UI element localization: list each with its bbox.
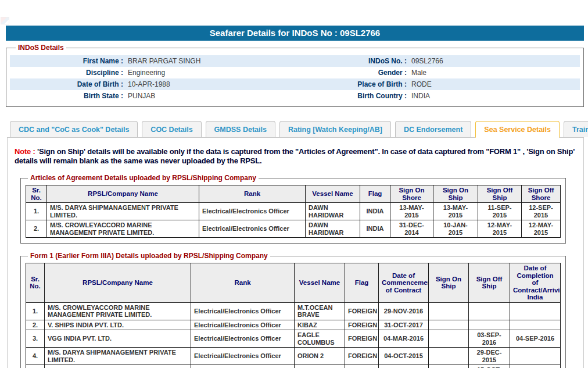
tab-cdc-coc-cook[interactable]: CDC and "CoC as Cook" Details xyxy=(10,121,138,137)
table-cell: FOREIGN xyxy=(345,320,379,330)
table-cell: M/S. DARYA SHIPMANAGEMENT PRIVATE LIMITE… xyxy=(45,348,191,365)
table-cell: 04-SEP-2016 xyxy=(510,330,561,348)
table-cell: MT PISHON xyxy=(295,365,345,368)
column-header: Sign On Shore xyxy=(390,185,433,203)
table-cell: FOREIGN xyxy=(345,348,379,365)
broken-image-icon xyxy=(1,17,9,24)
field-value: Engineering xyxy=(123,69,293,77)
column-header: Rank xyxy=(199,185,306,203)
column-header: Date of Completion of Contract/Arriving … xyxy=(510,263,561,303)
table-row: 3.VGG INDIA PVT. LTD.Electrical/Electron… xyxy=(26,330,561,348)
table-cell: EAGLE COLUMBUS xyxy=(295,330,345,348)
table-cell xyxy=(469,320,510,330)
table-header-row: Sr. No.RPSL/Company NameRankVessel NameF… xyxy=(26,263,561,303)
articles-of-agreement-fieldset: Articles of Agreement Details uploaded b… xyxy=(20,174,566,244)
field-value: 10-APR-1988 xyxy=(123,80,293,88)
table-cell xyxy=(469,302,510,320)
column-header: Sign Off Shore xyxy=(522,185,561,203)
table-cell: 15-OCT-2014 xyxy=(510,365,561,368)
table-cell: 2. xyxy=(26,220,47,238)
articles-of-agreement-legend: Articles of Agreement Details uploaded b… xyxy=(28,174,259,182)
form1-details-table: Sr. No.RPSL/Company NameRankVessel NameF… xyxy=(26,263,561,368)
articles-of-agreement-table: Sr. No.RPSL/Company NameRankVessel NameF… xyxy=(26,185,561,238)
tab-gmdss[interactable]: GMDSS Details xyxy=(206,121,275,137)
page-title: Seafarer Details for INDoS No : 09SL2766 xyxy=(6,26,584,41)
field-value: PUNJAB xyxy=(123,92,293,100)
table-cell xyxy=(429,320,469,330)
form1-details-fieldset: Form 1 (Earlier Form IIIA) Details uploa… xyxy=(20,252,566,368)
table-cell: 03-SEP-2016 xyxy=(469,330,510,348)
table-cell: 29-NOV-2016 xyxy=(379,302,429,320)
column-header: Sign On Ship xyxy=(433,185,478,203)
table-cell: 15-OCT-2014 xyxy=(469,365,510,368)
table-cell xyxy=(429,302,469,320)
table-cell xyxy=(429,365,469,368)
field-label: Birth Country : xyxy=(293,92,407,100)
table-cell: M/S. DARYA SHIPMANAGEMENT PRIVATE LIMITE… xyxy=(47,203,199,220)
table-cell: 04-MAR-2016 xyxy=(379,330,429,348)
field-value: Male xyxy=(407,69,580,77)
sign-on-ship-note: Note : 'Sign on Ship' details will be av… xyxy=(15,147,576,166)
column-header: Date of Commencement of Contract xyxy=(379,263,429,303)
table-cell: Electrical/Electronics Officer xyxy=(191,320,295,330)
indos-details-legend: INDoS Details xyxy=(16,44,66,52)
table-row: 2.V. SHIPS INDIA PVT. LTD.Electrical/Ele… xyxy=(26,320,561,330)
table-cell: 31-DEC-2014 xyxy=(390,220,433,238)
table-cell: ORION 2 xyxy=(295,348,345,365)
table-cell: 3. xyxy=(26,330,45,348)
table-cell: M/S. CROWLEYACCORD MARINE MANAGEMENT PRI… xyxy=(47,220,199,238)
indos-row: First Name :BRAR PARGAT SINGHINDoS No. :… xyxy=(10,55,580,67)
indos-row: Birth State :PUNJABBirth Country :INDIA xyxy=(10,90,580,102)
column-header: Sign On Ship xyxy=(429,263,469,303)
indos-details-grid: First Name :BRAR PARGAT SINGHINDoS No. :… xyxy=(10,55,580,102)
note-text: 'Sign on Ship' details will be available… xyxy=(15,147,575,165)
note-prefix: Note : xyxy=(15,147,35,156)
indos-row: Discipline :EngineeringGender :Male xyxy=(10,67,580,78)
table-cell: M/S. CROWLEYACCORD MARINE MANAGEMENT PRI… xyxy=(45,302,191,320)
table-cell: 5. xyxy=(26,365,45,368)
table-cell: 1. xyxy=(26,203,47,220)
tab-rating[interactable]: Rating [Watch Keeping/AB] xyxy=(279,121,391,137)
indos-details-fieldset: INDoS Details First Name :BRAR PARGAT SI… xyxy=(6,44,584,107)
table-cell: 11-SEP-2015 xyxy=(478,203,522,220)
table-cell xyxy=(510,302,561,320)
tab-dc-endorsement[interactable]: DC Endorsement xyxy=(395,121,471,137)
table-cell: 12-MAY-2015 xyxy=(522,220,561,238)
tab-training[interactable]: Training Details xyxy=(564,121,588,137)
table-row: 1.M/S. DARYA SHIPMANAGEMENT PRIVATE LIMI… xyxy=(26,203,561,220)
table-row: 4.M/S. DARYA SHIPMANAGEMENT PRIVATE LIMI… xyxy=(26,348,561,365)
table-cell: M.T.OCEAN BRAVE xyxy=(295,302,345,320)
table-cell: FOREIGN xyxy=(345,302,379,320)
table-cell xyxy=(429,348,469,365)
field-value: RODE xyxy=(407,80,580,88)
tab-bar: CDC and "CoC as Cook" DetailsCOC Details… xyxy=(7,121,584,137)
sea-service-tab-panel: Note : 'Sign on Ship' details will be av… xyxy=(7,137,584,368)
table-cell: FOREIGN xyxy=(345,330,379,348)
table-cell: 29-DEC-2015 xyxy=(469,348,510,365)
column-header: Rank xyxy=(191,263,295,303)
table-cell xyxy=(510,320,561,330)
table-cell: 13-MAY-2015 xyxy=(433,203,478,220)
table-cell: VGG INDIA PVT. LTD. xyxy=(45,330,191,348)
table-cell: 12-MAY-2015 xyxy=(478,220,522,238)
tab-sea-service[interactable]: Sea Service Details xyxy=(475,121,560,138)
table-cell: 31-OCT-2017 xyxy=(379,320,429,330)
column-header: Sign Off Ship xyxy=(478,185,522,203)
table-row: 1.M/S. CROWLEYACCORD MARINE MANAGEMENT P… xyxy=(26,302,561,320)
table-cell: 17-APR-2014 xyxy=(379,365,429,368)
table-cell: Electrical/Electronics Officer xyxy=(191,302,295,320)
table-cell: FOREIGN xyxy=(345,365,379,368)
table-cell: Electrical/Electronics Officer xyxy=(199,220,306,238)
column-header: Vessel Name xyxy=(306,185,360,203)
field-value: INDIA xyxy=(407,92,580,100)
table-cell: DAWN HARIDWAR xyxy=(306,220,360,238)
table-cell: 2. xyxy=(26,320,45,330)
field-label: Gender : xyxy=(293,69,407,77)
table-cell: INDIA xyxy=(360,203,390,220)
table-cell: 1. xyxy=(26,302,45,320)
field-value: 09SL2766 xyxy=(407,57,580,65)
field-label: Discipline : xyxy=(10,69,123,77)
column-header: Sr. No. xyxy=(26,185,47,203)
tab-coc[interactable]: COC Details xyxy=(142,121,201,137)
table-cell: EXCELSIA SHIPPING (INDIA) PVT.LTD. xyxy=(45,365,191,368)
